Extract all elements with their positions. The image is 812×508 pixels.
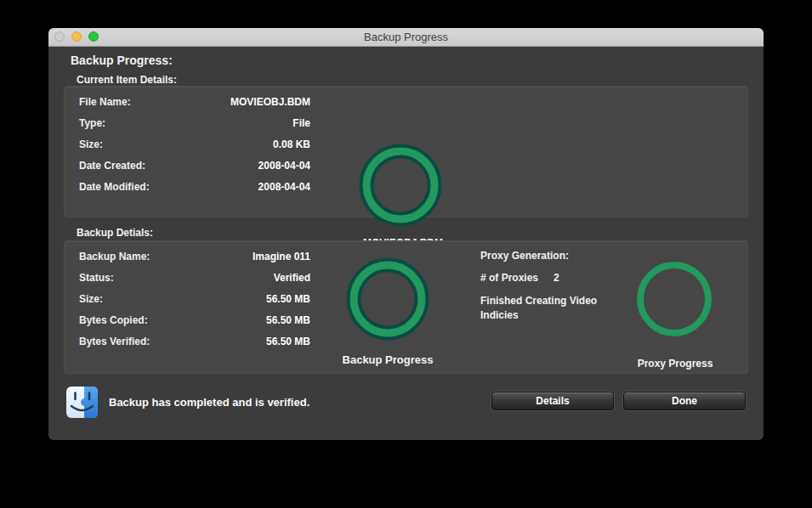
proxy-status-text: Finished Creating Video Indicies [480,294,616,323]
row-value: Imagine 011 [253,246,310,268]
table-row: Size: 56.50 MB [79,289,310,310]
table-row: File Name: MOVIEOBJ.BDM [79,92,310,113]
table-row: Status: Verified [79,268,310,289]
row-value: 0.08 KB [273,134,310,155]
row-value: 2008-04-04 [258,177,310,198]
proxy-generation-section: Proxy Generation: # of Proxies2 Finished… [480,250,625,323]
row-label: Type: [79,113,105,134]
row-value: 56.50 MB [266,331,310,353]
table-row: Date Modified: 2008-04-04 [79,177,310,198]
desktop-background: Backup Progress Backup Progress: Current… [0,0,812,508]
row-label: Date Created: [79,155,145,177]
row-label: Size: [79,289,103,310]
current-item-panel: File Name: MOVIEOBJ.BDM Type: File Size:… [64,86,748,217]
current-item-rows: File Name: MOVIEOBJ.BDM Type: File Size:… [79,92,310,198]
proxy-progress-ring-label: Proxy Progress [590,358,760,370]
backup-progress-ring-label: Backup Progress [303,353,473,366]
backup-details-section-label: Backup Detials: [77,227,153,239]
details-button[interactable]: Details [491,392,614,410]
table-row: Date Created: 2008-04-04 [79,155,310,177]
row-label: Size: [79,134,103,155]
proxy-count-row: # of Proxies2 [480,272,625,284]
backup-progress-ring [345,257,430,341]
proxy-count-value: 2 [554,272,559,284]
row-label: Bytes Copied: [79,310,148,331]
proxy-progress-ring [636,261,713,337]
window-content: Backup Progress: Current Item Details: F… [48,47,764,440]
current-item-section-label: Current Item Details: [77,74,177,86]
finder-icon [66,387,98,418]
window-title: Backup Progress [48,28,764,47]
backup-details-rows: Backup Name: Imagine 011 Status: Verifie… [79,246,310,353]
table-row: Bytes Copied: 56.50 MB [79,310,310,331]
row-value: 56.50 MB [266,310,310,331]
row-label: Date Modified: [79,177,150,198]
row-value: File [292,113,310,134]
row-label: Backup Name: [79,246,150,268]
status-message: Backup has completed and is verified. [109,396,309,409]
done-button[interactable]: Done [623,392,746,410]
table-row: Bytes Verified: 56.50 MB [79,331,310,353]
table-row: Size: 0.08 KB [79,134,310,155]
row-value: 56.50 MB [266,289,310,310]
current-item-progress-ring [358,143,443,228]
row-value: 2008-04-04 [258,155,310,177]
row-value: Verified [274,268,310,289]
window-titlebar[interactable]: Backup Progress [48,28,764,47]
row-label: File Name: [79,92,131,113]
page-title: Backup Progress: [71,54,173,67]
row-value: MOVIEOBJ.BDM [230,92,310,113]
table-row: Backup Name: Imagine 011 [79,246,310,268]
proxy-count-label: # of Proxies [480,272,538,284]
proxy-generation-title: Proxy Generation: [480,250,625,262]
backup-progress-window: Backup Progress Backup Progress: Current… [48,28,764,440]
table-row: Type: File [79,113,310,134]
row-label: Status: [79,268,114,289]
row-label: Bytes Verified: [79,331,150,353]
